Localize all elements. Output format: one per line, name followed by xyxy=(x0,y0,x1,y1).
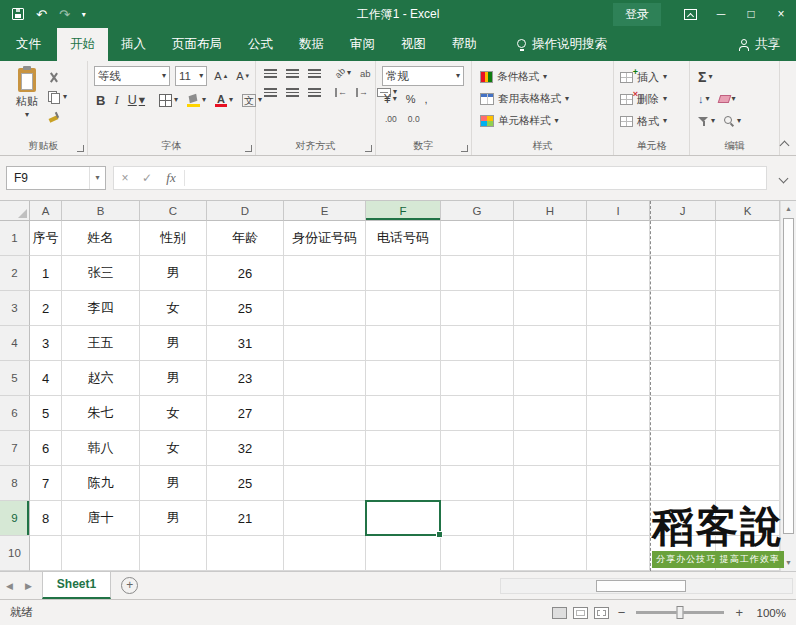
column-header-D[interactable]: D xyxy=(207,201,284,221)
cell-J8[interactable] xyxy=(650,466,716,501)
cell-E9[interactable] xyxy=(284,501,366,536)
column-header-F[interactable]: F xyxy=(366,201,441,221)
tab-view[interactable]: 视图 xyxy=(388,28,439,61)
decrease-indent-button[interactable]: ← xyxy=(333,87,349,98)
tab-page-layout[interactable]: 页面布局 xyxy=(159,28,235,61)
cell-H5[interactable] xyxy=(514,361,587,396)
tab-home[interactable]: 开始 xyxy=(57,28,108,61)
cell-F1[interactable]: 电话号码 xyxy=(366,221,441,256)
zoom-level[interactable]: 100% xyxy=(752,607,786,619)
column-header-J[interactable]: J xyxy=(650,201,716,221)
cell-B6[interactable]: 朱七 xyxy=(62,396,140,431)
cell-C2[interactable]: 男 xyxy=(140,256,207,291)
cell-I5[interactable] xyxy=(587,361,650,396)
cell-E7[interactable] xyxy=(284,431,366,466)
redo-icon[interactable]: ↷ xyxy=(59,8,70,21)
format-painter-button[interactable] xyxy=(48,110,67,124)
cell-J3[interactable] xyxy=(650,291,716,326)
cell-F9[interactable] xyxy=(366,501,441,536)
cell-G5[interactable] xyxy=(441,361,514,396)
cell-J6[interactable] xyxy=(650,396,716,431)
cell-D1[interactable]: 年龄 xyxy=(207,221,284,256)
cell-A4[interactable]: 3 xyxy=(30,326,62,361)
accounting-format-button[interactable]: ¥▾ xyxy=(382,91,399,107)
font-color-button[interactable]: A▾ xyxy=(213,93,235,108)
cell-K3[interactable] xyxy=(716,291,780,326)
cell-A10[interactable] xyxy=(30,536,62,571)
cell-E3[interactable] xyxy=(284,291,366,326)
align-left-button[interactable] xyxy=(262,87,279,98)
tab-data[interactable]: 数据 xyxy=(286,28,337,61)
paste-button[interactable]: 粘贴 ▾ xyxy=(6,66,48,139)
undo-icon[interactable]: ↶ xyxy=(36,8,47,21)
find-select-button[interactable]: ▾ xyxy=(722,115,743,128)
cell-C8[interactable]: 男 xyxy=(140,466,207,501)
sort-filter-button[interactable]: ▾ xyxy=(696,115,717,128)
cell-F3[interactable] xyxy=(366,291,441,326)
row-header-3[interactable]: 3 xyxy=(0,291,30,326)
percent-style-button[interactable]: % xyxy=(404,92,418,106)
clipboard-dialog-launcher-icon[interactable] xyxy=(77,145,84,152)
cell-I3[interactable] xyxy=(587,291,650,326)
cell-D5[interactable]: 23 xyxy=(207,361,284,396)
cell-F6[interactable] xyxy=(366,396,441,431)
zoom-slider-thumb[interactable] xyxy=(677,606,684,619)
sheet-prev-icon[interactable]: ◀ xyxy=(0,581,19,591)
cell-C9[interactable]: 男 xyxy=(140,501,207,536)
grow-font-button[interactable]: A▴ xyxy=(212,69,229,83)
cell-E8[interactable] xyxy=(284,466,366,501)
cell-J7[interactable] xyxy=(650,431,716,466)
cut-button[interactable] xyxy=(48,70,67,84)
row-header-4[interactable]: 4 xyxy=(0,326,30,361)
cell-K1[interactable] xyxy=(716,221,780,256)
tab-help[interactable]: 帮助 xyxy=(439,28,490,61)
insert-cells-button[interactable]: + 插入 ▾ xyxy=(620,66,685,88)
cell-K7[interactable] xyxy=(716,431,780,466)
align-middle-button[interactable] xyxy=(284,68,301,79)
row-header-7[interactable]: 7 xyxy=(0,431,30,466)
cell-H7[interactable] xyxy=(514,431,587,466)
cell-J4[interactable] xyxy=(650,326,716,361)
column-header-K[interactable]: K xyxy=(716,201,780,221)
cell-B10[interactable] xyxy=(62,536,140,571)
cell-K8[interactable] xyxy=(716,466,780,501)
cell-K4[interactable] xyxy=(716,326,780,361)
cell-H8[interactable] xyxy=(514,466,587,501)
column-header-G[interactable]: G xyxy=(441,201,514,221)
cell-E1[interactable]: 身份证号码 xyxy=(284,221,366,256)
cell-A5[interactable]: 4 xyxy=(30,361,62,396)
cell-H6[interactable] xyxy=(514,396,587,431)
conditional-formatting-button[interactable]: 条件格式 ▾ xyxy=(478,66,609,88)
cell-C1[interactable]: 性别 xyxy=(140,221,207,256)
cell-A9[interactable]: 8 xyxy=(30,501,62,536)
column-header-C[interactable]: C xyxy=(140,201,207,221)
row-header-2[interactable]: 2 xyxy=(0,256,30,291)
zoom-in-icon[interactable]: + xyxy=(732,605,746,620)
column-header-B[interactable]: B xyxy=(62,201,140,221)
cell-B8[interactable]: 陈九 xyxy=(62,466,140,501)
comma-style-button[interactable]: , xyxy=(422,92,429,106)
page-layout-view-icon[interactable] xyxy=(573,607,588,619)
cell-A3[interactable]: 2 xyxy=(30,291,62,326)
cell-F7[interactable] xyxy=(366,431,441,466)
font-name-select[interactable]: 等线▾ xyxy=(94,66,170,86)
cell-D9[interactable]: 21 xyxy=(207,501,284,536)
font-size-select[interactable]: 11▾ xyxy=(175,66,207,86)
save-icon[interactable] xyxy=(12,8,24,20)
cell-G9[interactable] xyxy=(441,501,514,536)
horizontal-scrollbar[interactable] xyxy=(500,578,793,594)
cell-J1[interactable] xyxy=(650,221,716,256)
customize-qat-icon[interactable]: ▾ xyxy=(82,10,86,19)
shrink-font-button[interactable]: A▾ xyxy=(234,69,251,83)
caret-down-icon[interactable]: ▾ xyxy=(89,167,105,189)
tell-me-search[interactable]: 操作说明搜索 xyxy=(516,28,607,61)
close-icon[interactable]: × xyxy=(766,0,796,28)
borders-button[interactable]: ▾ xyxy=(157,93,180,108)
format-cells-button[interactable]: 格式 ▾ xyxy=(620,110,685,132)
cell-E6[interactable] xyxy=(284,396,366,431)
row-header-6[interactable]: 6 xyxy=(0,396,30,431)
cell-B4[interactable]: 王五 xyxy=(62,326,140,361)
select-all-corner[interactable] xyxy=(0,201,30,221)
cell-F8[interactable] xyxy=(366,466,441,501)
minimize-icon[interactable]: ─ xyxy=(706,0,736,28)
